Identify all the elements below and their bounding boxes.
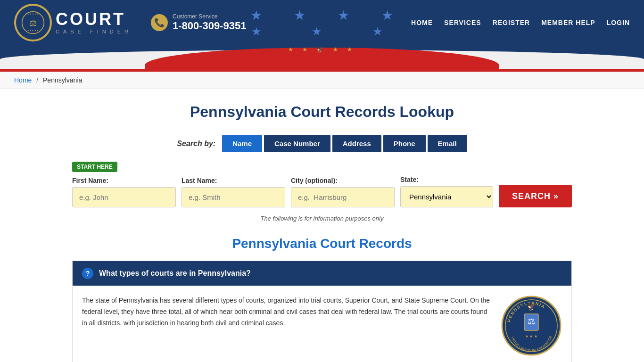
first-name-group: First Name: [72, 177, 176, 207]
city-input[interactable] [291, 187, 395, 207]
header-stars: ★ ★ ★ ★ ★ ★ ★ [247, 8, 412, 38]
logo-sub-text: CASE FINDER [56, 29, 132, 34]
nav-services[interactable]: SERVICES [444, 19, 481, 26]
svg-text:★ ★ ★ ★ ★: ★ ★ ★ ★ ★ [27, 29, 39, 32]
svg-text:★ ★ ★: ★ ★ ★ [525, 334, 537, 338]
start-here-badge: START HERE [72, 162, 117, 172]
svg-text:⚖: ⚖ [528, 317, 535, 326]
faq-answer-text: The state of Pennsylvania has several di… [82, 295, 491, 358]
nav-home[interactable]: HOME [411, 19, 433, 26]
search-button[interactable]: SEARCH » [499, 185, 572, 207]
customer-service-info: Customer Service 1-800-309-9351 [173, 13, 247, 32]
pa-seal: PENNSYLVANIA 🦅 ⚖ ★ ★ ★ VIRTUE LIBERTY IN… [501, 295, 562, 358]
first-name-input[interactable] [72, 187, 176, 207]
svg-text:🦅: 🦅 [527, 302, 536, 311]
state-group: State: Pennsylvania Alabama Alaska Arizo… [400, 176, 493, 207]
wave-area: ★ ★ 🦅 ★ ★ [0, 45, 644, 69]
wave-stars: ★ ★ 🦅 ★ ★ [288, 46, 356, 53]
cs-label: Customer Service [173, 13, 247, 20]
cs-number: 1-800-309-9351 [173, 20, 247, 32]
logo-area: ★ ★ ★ ★ ★ ⚖ ★ ★ ★ ★ ★ COURT CASE FINDER [14, 4, 132, 41]
logo-court-text: COURT [56, 11, 132, 28]
star-decoration: ★ ★ ★ ★ ★ ★ ★ [250, 8, 407, 38]
faq-body-1: The state of Pennsylvania has several di… [73, 286, 571, 362]
nav-register[interactable]: REGISTER [493, 19, 530, 26]
faq-question-icon: ? [82, 268, 93, 279]
breadcrumb-current: Pennsylvania [43, 76, 82, 84]
svg-text:⚖: ⚖ [29, 18, 37, 28]
main-content: Pennsylvania Court Records Lookup Search… [63, 89, 581, 362]
faq-item-1: ? What types of courts are in Pennsylvan… [72, 261, 572, 362]
breadcrumb-bar: Home / Pennsylvania [0, 72, 644, 89]
logo-text: COURT CASE FINDER [56, 11, 132, 34]
breadcrumb-home[interactable]: Home [14, 76, 32, 84]
faq-question-text: What types of courts are in Pennsylvania… [99, 269, 251, 278]
search-by-row: Search by: Name Case Number Address Phon… [72, 135, 572, 152]
last-name-input[interactable] [182, 187, 285, 207]
tab-email[interactable]: Email [428, 135, 467, 152]
first-name-label: First Name: [72, 177, 176, 184]
nav-member-help[interactable]: MEMBER HELP [541, 19, 595, 26]
tab-address[interactable]: Address [332, 135, 381, 152]
main-nav: HOME SERVICES REGISTER MEMBER HELP LOGIN [411, 19, 630, 26]
phone-icon: 📞 [151, 14, 168, 31]
tab-name[interactable]: Name [222, 135, 262, 152]
tab-phone[interactable]: Phone [383, 135, 426, 152]
city-label: City (optional): [291, 177, 395, 184]
faq-header-1[interactable]: ? What types of courts are in Pennsylvan… [73, 261, 571, 286]
last-name-label: Last Name: [182, 177, 285, 184]
customer-service: 📞 Customer Service 1-800-309-9351 [151, 13, 247, 32]
records-title: Pennsylvania Court Records [72, 236, 572, 251]
last-name-group: Last Name: [182, 177, 285, 207]
nav-login[interactable]: LOGIN [607, 19, 630, 26]
breadcrumb-separator: / [36, 76, 38, 84]
disclaimer-text: The following is for information purpose… [72, 215, 572, 222]
svg-text:★ ★ ★ ★ ★: ★ ★ ★ ★ ★ [27, 13, 39, 15]
city-group: City (optional): [291, 177, 395, 207]
page-title: Pennsylvania Court Records Lookup [72, 103, 572, 121]
state-label: State: [400, 176, 493, 183]
site-header: ★ ★ ★ ★ ★ ⚖ ★ ★ ★ ★ ★ COURT CASE FINDER … [0, 0, 644, 45]
tab-case-number[interactable]: Case Number [264, 135, 330, 152]
state-select[interactable]: Pennsylvania Alabama Alaska Arizona Arka… [400, 186, 493, 207]
logo-icon: ★ ★ ★ ★ ★ ⚖ ★ ★ ★ ★ ★ [14, 4, 52, 41]
search-by-label: Search by: [177, 140, 215, 148]
search-form: First Name: Last Name: City (optional): … [72, 176, 572, 207]
